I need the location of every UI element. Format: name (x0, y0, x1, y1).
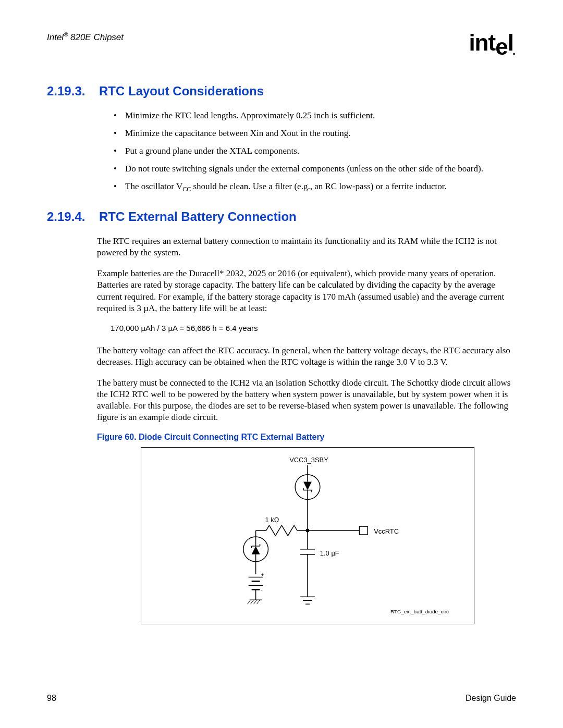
list-item: Do not route switching signals under the… (114, 163, 516, 175)
circuit-svg: VCC3_3SBY 1 kΩ + (141, 448, 474, 624)
list-item: Minimize the RTC lead lengths. Approxima… (114, 110, 516, 121)
section-heading-2-19-3: 2.19.3. RTC Layout Considerations (47, 84, 516, 98)
intel-logo: intel. (469, 31, 516, 58)
doc-type: Design Guide (466, 694, 516, 703)
svg-line-32 (257, 600, 260, 604)
list-item: Put a ground plane under the XTAL compon… (114, 145, 516, 157)
svg-text:+: + (261, 572, 264, 577)
page-number: 98 (47, 694, 56, 703)
calculation-line: 170,000 µAh / 3 µA = 56,666 h = 6.4 year… (111, 324, 516, 332)
svg-line-30 (251, 600, 254, 604)
bullet-text: The oscillator VCC should be clean. Use … (125, 181, 447, 191)
paragraph: The RTC requires an external battery con… (97, 236, 516, 258)
bullet-text: Put a ground plane under the XTAL compon… (125, 146, 299, 156)
header-product: Intel® 820E Chipset (47, 31, 124, 43)
svg-line-29 (248, 600, 251, 604)
bullet-text: Minimize the capacitance between Xin and… (125, 128, 350, 138)
circuit-diagram: VCC3_3SBY 1 kΩ + (141, 447, 474, 624)
paragraph: Example batteries are the Duracell* 2032… (97, 268, 516, 314)
resistor-label: 1 kΩ (265, 516, 279, 524)
list-item: The oscillator VCC should be clean. Use … (114, 181, 516, 194)
product-prefix: Intel (47, 32, 64, 42)
section-heading-2-19-4: 2.19.4. RTC External Battery Connection (47, 209, 516, 224)
paragraph: The battery voltage can affect the RTC a… (97, 345, 516, 368)
vccrtc-label: VccRTC (374, 527, 399, 535)
svg-rect-41 (359, 526, 368, 535)
svg-line-31 (254, 600, 257, 604)
bullet-text: Minimize the RTC lead lengths. Approxima… (125, 110, 375, 120)
svg-text:-: - (261, 587, 263, 593)
bullet-list: Minimize the RTC lead lengths. Approxima… (114, 110, 516, 194)
section-title: RTC External Battery Connection (99, 209, 297, 224)
svg-marker-15 (252, 546, 260, 554)
circuit-id: RTC_ext_batt_diode_circ (390, 609, 449, 614)
page-footer: 98 Design Guide (47, 694, 516, 703)
section-number: 2.19.4. (47, 209, 97, 224)
cap-label: 1.0 µF (320, 549, 339, 557)
vcc3-label: VCC3_3SBY (289, 456, 328, 464)
svg-marker-3 (303, 482, 312, 490)
product-suffix: 820E Chipset (68, 32, 124, 42)
section-number: 2.19.3. (47, 84, 97, 98)
page-header: Intel® 820E Chipset intel. (47, 31, 516, 58)
figure-caption: Figure 60. Diode Circuit Connecting RTC … (97, 433, 516, 442)
list-item: Minimize the capacitance between Xin and… (114, 128, 516, 139)
paragraph: The battery must be connected to the ICH… (97, 377, 516, 423)
bullet-text: Do not route switching signals under the… (125, 164, 483, 174)
section-title: RTC Layout Considerations (99, 84, 264, 98)
